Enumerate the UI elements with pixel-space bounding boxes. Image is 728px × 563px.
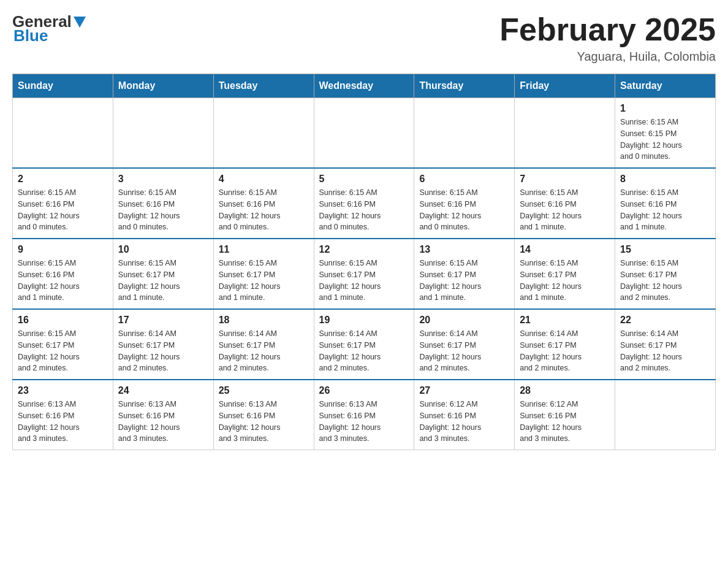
day-number: 3 bbox=[118, 174, 208, 185]
day-number: 10 bbox=[118, 244, 208, 255]
weekday-header-saturday: Saturday bbox=[615, 74, 716, 98]
calendar-day-cell: 12Sunrise: 6:15 AMSunset: 6:17 PMDayligh… bbox=[314, 239, 414, 309]
day-number: 9 bbox=[18, 244, 108, 255]
day-info: Sunrise: 6:15 AMSunset: 6:17 PMDaylight:… bbox=[419, 258, 509, 304]
calendar-day-cell: 18Sunrise: 6:14 AMSunset: 6:17 PMDayligh… bbox=[213, 309, 314, 380]
calendar-day-cell: 3Sunrise: 6:15 AMSunset: 6:16 PMDaylight… bbox=[113, 168, 213, 239]
calendar-day-cell bbox=[314, 98, 414, 169]
calendar-day-cell: 22Sunrise: 6:14 AMSunset: 6:17 PMDayligh… bbox=[615, 309, 716, 380]
day-number: 17 bbox=[118, 315, 208, 326]
calendar-day-cell: 16Sunrise: 6:15 AMSunset: 6:17 PMDayligh… bbox=[13, 309, 113, 380]
calendar-day-cell: 8Sunrise: 6:15 AMSunset: 6:16 PMDaylight… bbox=[615, 168, 716, 239]
calendar-day-cell: 19Sunrise: 6:14 AMSunset: 6:17 PMDayligh… bbox=[314, 309, 414, 380]
calendar-day-cell bbox=[615, 380, 716, 450]
calendar-day-cell: 5Sunrise: 6:15 AMSunset: 6:16 PMDaylight… bbox=[314, 168, 414, 239]
page-header: General Blue February 2025 Yaguara, Huil… bbox=[12, 12, 716, 64]
day-number: 4 bbox=[219, 174, 309, 185]
day-info: Sunrise: 6:15 AMSunset: 6:17 PMDaylight:… bbox=[520, 258, 610, 304]
day-number: 16 bbox=[18, 315, 108, 326]
day-number: 19 bbox=[319, 315, 409, 326]
day-number: 15 bbox=[620, 244, 710, 255]
calendar-day-cell: 24Sunrise: 6:13 AMSunset: 6:16 PMDayligh… bbox=[113, 380, 213, 450]
day-number: 26 bbox=[319, 385, 409, 396]
day-number: 6 bbox=[419, 174, 509, 185]
day-number: 22 bbox=[620, 315, 710, 326]
calendar-day-cell: 6Sunrise: 6:15 AMSunset: 6:16 PMDaylight… bbox=[414, 168, 515, 239]
day-info: Sunrise: 6:13 AMSunset: 6:16 PMDaylight:… bbox=[118, 399, 208, 445]
day-info: Sunrise: 6:15 AMSunset: 6:17 PMDaylight:… bbox=[219, 258, 309, 304]
day-number: 12 bbox=[319, 244, 409, 255]
day-info: Sunrise: 6:15 AMSunset: 6:15 PMDaylight:… bbox=[620, 117, 710, 163]
calendar-day-cell: 2Sunrise: 6:15 AMSunset: 6:16 PMDaylight… bbox=[13, 168, 113, 239]
calendar-day-cell: 9Sunrise: 6:15 AMSunset: 6:16 PMDaylight… bbox=[13, 239, 113, 309]
calendar-day-cell: 21Sunrise: 6:14 AMSunset: 6:17 PMDayligh… bbox=[515, 309, 615, 380]
day-info: Sunrise: 6:15 AMSunset: 6:17 PMDaylight:… bbox=[118, 258, 208, 304]
logo-blue-text: Blue bbox=[13, 26, 48, 45]
day-info: Sunrise: 6:14 AMSunset: 6:17 PMDaylight:… bbox=[319, 328, 409, 374]
day-info: Sunrise: 6:15 AMSunset: 6:16 PMDaylight:… bbox=[520, 187, 610, 233]
day-number: 5 bbox=[319, 174, 409, 185]
calendar-day-cell bbox=[515, 98, 615, 169]
weekday-header-wednesday: Wednesday bbox=[314, 74, 414, 98]
calendar-day-cell bbox=[414, 98, 515, 169]
weekday-header-monday: Monday bbox=[113, 74, 213, 98]
weekday-header-tuesday: Tuesday bbox=[213, 74, 314, 98]
calendar-day-cell bbox=[13, 98, 113, 169]
day-info: Sunrise: 6:15 AMSunset: 6:17 PMDaylight:… bbox=[620, 258, 710, 304]
day-info: Sunrise: 6:12 AMSunset: 6:16 PMDaylight:… bbox=[520, 399, 610, 445]
calendar-day-cell: 20Sunrise: 6:14 AMSunset: 6:17 PMDayligh… bbox=[414, 309, 515, 380]
day-info: Sunrise: 6:13 AMSunset: 6:16 PMDaylight:… bbox=[319, 399, 409, 445]
month-title: February 2025 bbox=[499, 12, 716, 47]
calendar-week-row: 1Sunrise: 6:15 AMSunset: 6:15 PMDaylight… bbox=[13, 98, 716, 169]
day-info: Sunrise: 6:15 AMSunset: 6:16 PMDaylight:… bbox=[219, 187, 309, 233]
calendar-week-row: 23Sunrise: 6:13 AMSunset: 6:16 PMDayligh… bbox=[13, 380, 716, 450]
calendar-day-cell: 11Sunrise: 6:15 AMSunset: 6:17 PMDayligh… bbox=[213, 239, 314, 309]
day-info: Sunrise: 6:15 AMSunset: 6:16 PMDaylight:… bbox=[319, 187, 409, 233]
weekday-header-sunday: Sunday bbox=[13, 74, 113, 98]
day-info: Sunrise: 6:15 AMSunset: 6:17 PMDaylight:… bbox=[319, 258, 409, 304]
day-info: Sunrise: 6:12 AMSunset: 6:16 PMDaylight:… bbox=[419, 399, 509, 445]
calendar-day-cell: 15Sunrise: 6:15 AMSunset: 6:17 PMDayligh… bbox=[615, 239, 716, 309]
day-number: 21 bbox=[520, 315, 610, 326]
weekday-header-friday: Friday bbox=[515, 74, 615, 98]
calendar-week-row: 2Sunrise: 6:15 AMSunset: 6:16 PMDaylight… bbox=[13, 168, 716, 239]
day-number: 13 bbox=[419, 244, 509, 255]
day-number: 8 bbox=[620, 174, 710, 185]
day-number: 1 bbox=[620, 103, 710, 114]
logo-triangle-icon bbox=[74, 17, 86, 28]
weekday-header-row: SundayMondayTuesdayWednesdayThursdayFrid… bbox=[13, 74, 716, 98]
title-area: February 2025 Yaguara, Huila, Colombia bbox=[499, 12, 716, 64]
weekday-header-thursday: Thursday bbox=[414, 74, 515, 98]
calendar-week-row: 16Sunrise: 6:15 AMSunset: 6:17 PMDayligh… bbox=[13, 309, 716, 380]
day-number: 20 bbox=[419, 315, 509, 326]
location-subtitle: Yaguara, Huila, Colombia bbox=[499, 50, 716, 64]
calendar-day-cell: 25Sunrise: 6:13 AMSunset: 6:16 PMDayligh… bbox=[213, 380, 314, 450]
day-number: 28 bbox=[520, 385, 610, 396]
day-info: Sunrise: 6:15 AMSunset: 6:17 PMDaylight:… bbox=[18, 328, 108, 374]
day-number: 24 bbox=[118, 385, 208, 396]
day-info: Sunrise: 6:14 AMSunset: 6:17 PMDaylight:… bbox=[520, 328, 610, 374]
day-number: 11 bbox=[219, 244, 309, 255]
logo: General Blue bbox=[12, 12, 88, 45]
calendar-day-cell: 28Sunrise: 6:12 AMSunset: 6:16 PMDayligh… bbox=[515, 380, 615, 450]
day-info: Sunrise: 6:14 AMSunset: 6:17 PMDaylight:… bbox=[219, 328, 309, 374]
calendar-day-cell: 17Sunrise: 6:14 AMSunset: 6:17 PMDayligh… bbox=[113, 309, 213, 380]
day-number: 25 bbox=[219, 385, 309, 396]
day-info: Sunrise: 6:14 AMSunset: 6:17 PMDaylight:… bbox=[620, 328, 710, 374]
calendar-day-cell: 4Sunrise: 6:15 AMSunset: 6:16 PMDaylight… bbox=[213, 168, 314, 239]
calendar-week-row: 9Sunrise: 6:15 AMSunset: 6:16 PMDaylight… bbox=[13, 239, 716, 309]
calendar-day-cell: 10Sunrise: 6:15 AMSunset: 6:17 PMDayligh… bbox=[113, 239, 213, 309]
day-info: Sunrise: 6:15 AMSunset: 6:16 PMDaylight:… bbox=[18, 258, 108, 304]
day-number: 27 bbox=[419, 385, 509, 396]
day-info: Sunrise: 6:14 AMSunset: 6:17 PMDaylight:… bbox=[419, 328, 509, 374]
day-info: Sunrise: 6:13 AMSunset: 6:16 PMDaylight:… bbox=[219, 399, 309, 445]
calendar-day-cell bbox=[113, 98, 213, 169]
calendar-day-cell: 26Sunrise: 6:13 AMSunset: 6:16 PMDayligh… bbox=[314, 380, 414, 450]
day-number: 2 bbox=[18, 174, 108, 185]
day-info: Sunrise: 6:14 AMSunset: 6:17 PMDaylight:… bbox=[118, 328, 208, 374]
day-number: 18 bbox=[219, 315, 309, 326]
calendar-day-cell: 13Sunrise: 6:15 AMSunset: 6:17 PMDayligh… bbox=[414, 239, 515, 309]
calendar-table: SundayMondayTuesdayWednesdayThursdayFrid… bbox=[12, 74, 716, 450]
calendar-day-cell: 7Sunrise: 6:15 AMSunset: 6:16 PMDaylight… bbox=[515, 168, 615, 239]
day-info: Sunrise: 6:13 AMSunset: 6:16 PMDaylight:… bbox=[18, 399, 108, 445]
